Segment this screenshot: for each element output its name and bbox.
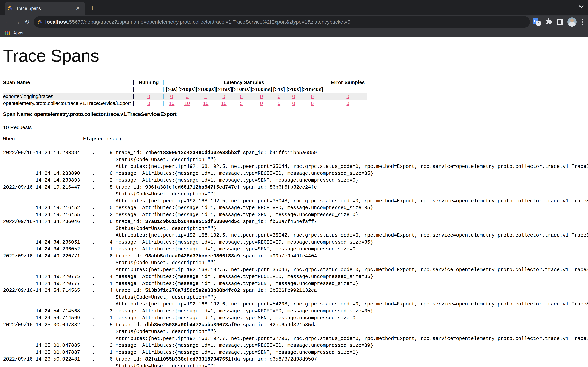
status-line: Status{Code=Unset, description=""} bbox=[3, 363, 588, 367]
sample-count-link[interactable]: 1 bbox=[204, 94, 207, 99]
status-line: Status{Code=Unset, description=""} bbox=[3, 260, 588, 267]
browser-chrome: Trace Spans ✕ + ← → ↻ localhost:55 bbox=[0, 0, 588, 37]
span-row: exporter/logging/traces|0|001000000|0 bbox=[3, 93, 367, 100]
event-line: 14:25:00.047885 . 3 message Attributes:{… bbox=[3, 342, 588, 349]
back-button[interactable]: ← bbox=[2, 18, 12, 26]
trace-id-value: 82fa11055b338efcd733187347651fda bbox=[145, 357, 240, 362]
pipe-separator: | bbox=[131, 79, 136, 86]
sample-count-link[interactable]: 0 bbox=[147, 100, 150, 106]
sample-count-link[interactable]: 10 bbox=[184, 100, 190, 106]
error-count-cell: 0 bbox=[329, 100, 367, 107]
translate-icon[interactable]: GA bbox=[533, 18, 541, 26]
tab-strip: Trace Spans ✕ + bbox=[0, 0, 588, 15]
side-panel-icon[interactable] bbox=[557, 19, 563, 25]
tab-search-chevron-icon[interactable] bbox=[579, 5, 584, 8]
new-tab-button[interactable]: + bbox=[88, 4, 96, 13]
event-line: 14:25:00.047887 . 1 message Attributes:{… bbox=[3, 349, 588, 356]
sample-count-link[interactable]: 0 bbox=[346, 100, 349, 106]
status-line: Status{Code=Unset, description=""} bbox=[3, 294, 588, 301]
latency-count-cell: 0 bbox=[272, 93, 286, 100]
sample-count-link[interactable]: 0 bbox=[346, 94, 349, 99]
status-line: Status{Code=Unset, description=""} bbox=[3, 157, 588, 163]
profile-avatar[interactable] bbox=[567, 17, 577, 26]
latency-count-cell: 0 bbox=[302, 93, 323, 100]
latency-count-cell: 0 bbox=[302, 100, 323, 107]
bucket-header-row: | | [>0s][>10µs][>100µs][>1ms][>10ms][>1… bbox=[3, 86, 367, 93]
menu-dots-icon[interactable] bbox=[581, 19, 584, 25]
bucket-label: [>0s] bbox=[165, 86, 179, 93]
sample-count-link[interactable]: 0 bbox=[311, 100, 314, 106]
trace-id-value: 513b3f1c276a7159c5a2a33b88b4fc82 bbox=[145, 288, 240, 293]
flashlight-favicon-icon bbox=[8, 5, 13, 11]
pipe-separator: | bbox=[131, 100, 136, 107]
event-line: 14:24:19.216455 . 2 message Attributes:{… bbox=[3, 212, 588, 218]
latency-count-cell: 0 bbox=[286, 93, 302, 100]
sample-start-line: 2022/09/16-14:25:00.047882 . 5 trace_id:… bbox=[3, 322, 588, 329]
url-text: localhost:55679/debug/tracez?zspanname=o… bbox=[45, 19, 350, 25]
latency-count-cell: 0 bbox=[272, 100, 286, 107]
sample-count-link[interactable]: 10 bbox=[203, 100, 208, 106]
event-line: 14:24:54.714568 . 3 message Attributes:{… bbox=[3, 308, 588, 315]
bucket-label: [>100ms] bbox=[251, 86, 272, 93]
latency-count-cell: 10 bbox=[165, 100, 179, 107]
sample-start-line: 2022/09/16-14:24:49.220771 . 6 trace_id:… bbox=[3, 253, 588, 260]
trace-id-value: 936fa38fcfed661712ba547f5ed747cf bbox=[145, 184, 240, 190]
sample-count-link[interactable]: 0 bbox=[170, 94, 173, 99]
tab-close-icon[interactable]: ✕ bbox=[74, 5, 82, 12]
attributes-line: Attributes:{net.peer.ip=192.168.192.5, n… bbox=[3, 267, 588, 274]
sample-count-link[interactable]: 0 bbox=[260, 94, 263, 99]
event-line: 14:24:34.236051 . 4 message Attributes:{… bbox=[3, 239, 588, 246]
sample-count-link[interactable]: 0 bbox=[278, 100, 280, 106]
sample-start-line: 2022/09/16-14:24:34.236046 . 6 trace_id:… bbox=[3, 218, 588, 225]
pipe-separator: | bbox=[323, 79, 329, 86]
sample-count-link[interactable]: 0 bbox=[240, 94, 243, 99]
trace-samples: 2022/09/16-14:24:14.233884 . 9 trace_id:… bbox=[3, 150, 588, 367]
attributes-line: Attributes:{net.peer.ip=192.168.192.5, n… bbox=[3, 198, 588, 205]
page-title: Trace Spans bbox=[3, 46, 588, 66]
bucket-label: [>10s] bbox=[286, 86, 302, 93]
sample-count-link[interactable]: 0 bbox=[278, 94, 280, 99]
sample-count-link[interactable]: 5 bbox=[240, 100, 243, 106]
flashlight-favicon-icon bbox=[38, 19, 43, 25]
sample-count-link[interactable]: 0 bbox=[292, 100, 295, 106]
extensions-puzzle-icon[interactable] bbox=[545, 18, 553, 26]
pipe-separator: | bbox=[162, 79, 165, 86]
bucket-label: [>100µs] bbox=[196, 86, 216, 93]
sample-count-link[interactable]: 0 bbox=[292, 94, 295, 99]
reload-button[interactable]: ↻ bbox=[22, 18, 32, 25]
sample-count-link[interactable]: 10 bbox=[169, 100, 174, 106]
pipe-separator: | bbox=[131, 86, 136, 93]
latency-count-cell: 10 bbox=[196, 100, 216, 107]
bookmark-apps[interactable]: Apps bbox=[13, 30, 23, 36]
latency-count-cell: 0 bbox=[165, 93, 179, 100]
bucket-label: [>1s] bbox=[272, 86, 286, 93]
event-line: 14:24:14.233890 . 6 message Attributes:{… bbox=[3, 170, 588, 177]
header-span-name: Span Name bbox=[3, 79, 131, 86]
sample-count-link[interactable]: 0 bbox=[260, 100, 263, 106]
request-count: 10 Requests bbox=[3, 125, 588, 130]
latency-count-cell: 0 bbox=[232, 93, 251, 100]
pipe-separator: | bbox=[323, 100, 329, 107]
sample-count-link[interactable]: 0 bbox=[186, 94, 189, 99]
sample-start-line: 2022/09/16-14:24:19.216447 . 8 trace_id:… bbox=[3, 184, 588, 191]
status-line: Status{Code=Unset, description=""} bbox=[3, 225, 588, 232]
page-content: Trace Spans Span Name | Running | Latenc… bbox=[0, 46, 588, 367]
bucket-label: [>10ms] bbox=[232, 86, 251, 93]
sample-count-link[interactable]: 10 bbox=[221, 100, 226, 106]
event-line: 14:24:49.220775 . 4 message Attributes:{… bbox=[3, 273, 588, 280]
browser-tab[interactable]: Trace Spans ✕ bbox=[5, 2, 85, 15]
url-host: localhost bbox=[45, 19, 68, 25]
address-bar[interactable]: localhost:55679/debug/tracez?zspanname=o… bbox=[34, 16, 530, 27]
latency-count-cell: 5 bbox=[232, 100, 251, 107]
sample-count-link[interactable]: 0 bbox=[222, 94, 225, 99]
browser-toolbar: ← → ↻ localhost:55679/debug/tracez?zspan… bbox=[0, 15, 588, 29]
tab-title: Trace Spans bbox=[16, 6, 74, 11]
bookmarks-bar: Apps bbox=[0, 29, 588, 37]
attributes-line: Attributes:{net.peer.ip=192.168.192.5, n… bbox=[3, 232, 588, 239]
latency-count-cell: 0 bbox=[251, 93, 272, 100]
forward-button[interactable]: → bbox=[12, 18, 22, 26]
attributes-line: Attributes:{net.peer.ip=192.168.192.6, n… bbox=[3, 301, 588, 308]
pipe-separator: | bbox=[162, 86, 165, 93]
sample-count-link[interactable]: 0 bbox=[311, 94, 314, 99]
sample-count-link[interactable]: 0 bbox=[147, 94, 150, 99]
